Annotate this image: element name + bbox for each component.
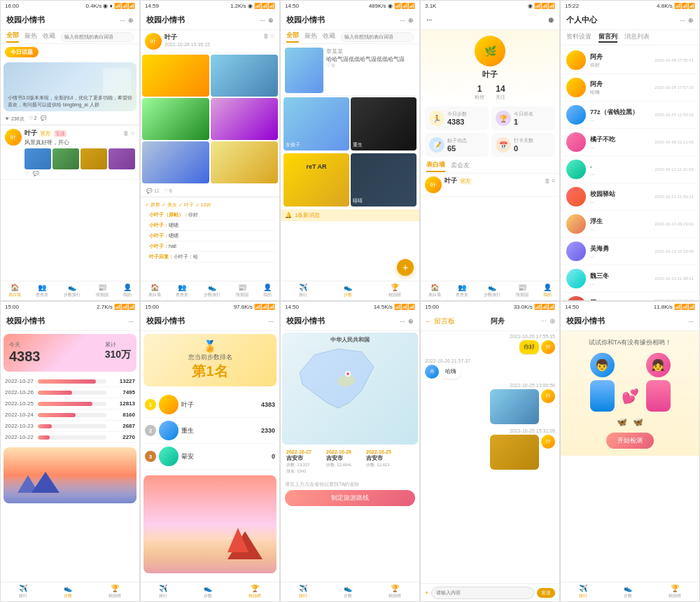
post-img-b[interactable]: 重生 bbox=[351, 97, 416, 150]
nav-info-p2[interactable]: 📰 情报园 bbox=[236, 284, 248, 298]
post-menu[interactable]: 🗑 ☆ bbox=[123, 130, 135, 136]
fab-p3[interactable]: + bbox=[397, 259, 414, 276]
more-icon-p6[interactable]: ··· bbox=[128, 318, 134, 325]
more-icon-p2[interactable]: ··· bbox=[260, 17, 265, 24]
more-icon[interactable]: ··· bbox=[120, 17, 125, 24]
notification-bar-p3[interactable]: 🔔 1条新消息 bbox=[281, 209, 419, 221]
start-match-button[interactable]: 开始检测 bbox=[606, 433, 654, 449]
nav-travel-p7[interactable]: ✈️ 旅行 bbox=[159, 584, 167, 599]
chat-more-icon[interactable]: ··· bbox=[541, 317, 547, 325]
post-comment[interactable]: 💬 bbox=[33, 171, 39, 176]
chat-plus-icon[interactable]: + bbox=[425, 589, 428, 596]
followers-stat[interactable]: 1 粉丝 bbox=[475, 84, 484, 101]
chat-settings-icon[interactable]: ⊕ bbox=[550, 317, 555, 325]
nav-mine[interactable]: 👤 我的 bbox=[123, 284, 132, 298]
search-input-p3[interactable] bbox=[341, 32, 414, 42]
tab-saved-p3[interactable]: 收藏 bbox=[323, 31, 335, 42]
nav-steps-p2[interactable]: 👟 步数旅行 bbox=[204, 284, 220, 298]
nav-info[interactable]: 📰 情报园 bbox=[96, 284, 108, 298]
chat-input-field[interactable] bbox=[431, 587, 534, 599]
nav-travel-p10[interactable]: ✈️ 旅行 bbox=[579, 584, 587, 599]
more-icon-p3[interactable]: ··· bbox=[400, 17, 405, 24]
msg-item-5[interactable]: · ... 2022-10-12 11:31:59 bbox=[562, 156, 698, 183]
msg-item-6[interactable]: 校园驿站 ... 2022-10-21 11:59:21 bbox=[562, 183, 698, 211]
settings-icon-p3[interactable]: ⊕ bbox=[408, 17, 414, 24]
nav-biaobaiqiang[interactable]: 🏠 表白墙 bbox=[8, 284, 21, 298]
more-icon-p8[interactable]: ··· bbox=[400, 318, 405, 325]
nav-steps-p7[interactable]: 👟 步数 bbox=[204, 584, 212, 599]
nav-rank-p7[interactable]: 🏆 校园榜 bbox=[248, 584, 261, 599]
photo-4[interactable] bbox=[211, 98, 278, 140]
photo-1[interactable] bbox=[142, 55, 209, 97]
msg-item-3[interactable]: 77z（省钱拉黑） ... 2022-10-25 11:53:32 bbox=[562, 102, 698, 129]
nav-zhazha[interactable]: 👥 查查友 bbox=[36, 284, 48, 298]
nav-travel-p8[interactable]: ✈️ 旅行 bbox=[299, 584, 307, 599]
nav-mine-p2[interactable]: 👤 我的 bbox=[263, 284, 272, 298]
post-img-d[interactable]: 嘻嘻 bbox=[351, 153, 416, 206]
nav-steps[interactable]: 👟 步数旅行 bbox=[64, 284, 80, 298]
tab-all[interactable]: 全部 bbox=[6, 31, 19, 43]
subnav-notifications[interactable]: 消息列表 bbox=[624, 32, 650, 43]
nav-rank-p3[interactable]: 🏆 校园榜 bbox=[388, 284, 401, 298]
settings-icon-p2[interactable]: ⊕ bbox=[268, 17, 274, 24]
steps-card[interactable]: 🏃 今日步数 4383 bbox=[425, 106, 489, 130]
nav-mine-p4[interactable]: 👤 我的 bbox=[543, 284, 552, 298]
post-img-1-p3[interactable] bbox=[285, 48, 323, 93]
nav-zha-p4[interactable]: 👥 查查友 bbox=[456, 284, 468, 298]
nav-travel-p3[interactable]: ✈️ 旅行 bbox=[299, 284, 307, 298]
back-btn[interactable]: ← 留言板 bbox=[425, 316, 455, 326]
post-card[interactable]: 📝 贴子动态 65 bbox=[425, 133, 489, 157]
more-icon-p7[interactable]: ··· bbox=[268, 318, 274, 325]
msg-item-9[interactable]: 魏三冬 ... 2022-10-13 11:08:41 bbox=[562, 265, 698, 293]
subnav-profile[interactable]: 资料设置 bbox=[566, 32, 592, 43]
photo-3[interactable] bbox=[142, 98, 209, 140]
nav-biao-p4[interactable]: 🏠 表白墙 bbox=[428, 284, 441, 298]
post-like[interactable]: ♡ bbox=[24, 171, 29, 176]
send-button[interactable]: 发送 bbox=[537, 588, 555, 598]
settings-icon-p5[interactable]: ⊕ bbox=[688, 17, 694, 24]
subnav-messages[interactable]: 留言列 bbox=[598, 32, 617, 43]
tab-hot[interactable]: 最热 bbox=[24, 31, 37, 42]
photo-5[interactable] bbox=[142, 141, 209, 183]
msg-item-8[interactable]: 吴海勇 ... 2022-10-13 10:23:46 bbox=[562, 238, 698, 265]
today-topic-btn[interactable]: 今日话题 bbox=[5, 47, 38, 57]
more-icon-p10[interactable]: ··· bbox=[688, 318, 694, 325]
nav-info-p4[interactable]: 📰 情报园 bbox=[516, 284, 528, 298]
nav-rank-p6[interactable]: 🏆 校园榜 bbox=[108, 584, 121, 599]
post-menu-p4[interactable]: 🗑 ≡ bbox=[545, 178, 555, 184]
post-img-c[interactable]: reT AR bbox=[284, 153, 349, 206]
nav-biao-p2[interactable]: 🏠 表白墙 bbox=[148, 284, 161, 298]
more-icon-p5[interactable]: ··· bbox=[680, 17, 685, 24]
photo-2[interactable] bbox=[211, 55, 278, 97]
nav-rank-p10[interactable]: 🏆 校园榜 bbox=[668, 584, 681, 599]
tab-saved[interactable]: 收藏 bbox=[43, 31, 55, 42]
nav-steps-p6[interactable]: 👟 步数 bbox=[64, 584, 72, 599]
search-input-p1[interactable] bbox=[61, 32, 134, 42]
tab-hot-p3[interactable]: 最热 bbox=[304, 31, 317, 42]
post-img-a[interactable]: 女孩子 bbox=[284, 97, 349, 150]
msg-item-7[interactable]: 浮生 ... 2022-10-14 09:23:01 bbox=[562, 211, 698, 238]
rank-card[interactable]: 🏆 今日排名 1 bbox=[491, 106, 555, 130]
msg-item-2[interactable]: 阿舟 哈嗨 2022-10-28 17:57:15 bbox=[562, 74, 698, 102]
tab-all-p3[interactable]: 全部 bbox=[286, 31, 299, 43]
photo-6[interactable] bbox=[211, 141, 278, 183]
nav-steps-p8[interactable]: 👟 步数 bbox=[344, 584, 352, 599]
post-actions-p2[interactable]: 🗑 ☆ bbox=[263, 33, 275, 39]
msg-item-4[interactable]: 橘子不吃 ... 2022-10-28 11:11:42 bbox=[562, 129, 698, 156]
route-btn[interactable]: 制定旅游路线 bbox=[285, 490, 415, 506]
nav-steps-p4[interactable]: 👟 步数旅行 bbox=[484, 284, 500, 298]
tab-biaobai[interactable]: 表白墙 bbox=[426, 160, 445, 172]
msg-item-10[interactable]: 等 等 2022-10-07 19:13:08 客服 bbox=[562, 293, 698, 300]
nav-steps-p10[interactable]: 👟 步数 bbox=[624, 584, 632, 599]
tab-maihui[interactable]: 卖会友 bbox=[451, 161, 470, 172]
following-stat[interactable]: 14 关注 bbox=[496, 84, 505, 101]
nav-steps-p3[interactable]: 👟 步数 bbox=[344, 284, 352, 298]
settings-icon-p8[interactable]: ⊕ bbox=[408, 318, 414, 325]
settings-icon[interactable]: ⊕ bbox=[128, 17, 134, 24]
msg-item-1[interactable]: 阿舟 你好 2022-10-28 17:55:41 bbox=[562, 47, 698, 74]
more-icon-p4[interactable]: ··· bbox=[426, 16, 432, 24]
checkin-card[interactable]: 📅 打卡天数 0 bbox=[491, 133, 555, 157]
nav-travel-p6[interactable]: ✈️ 旅行 bbox=[19, 584, 27, 599]
settings-icon-p4[interactable]: ⊕ bbox=[548, 16, 554, 24]
nav-zha-p2[interactable]: 👥 查查友 bbox=[176, 284, 188, 298]
